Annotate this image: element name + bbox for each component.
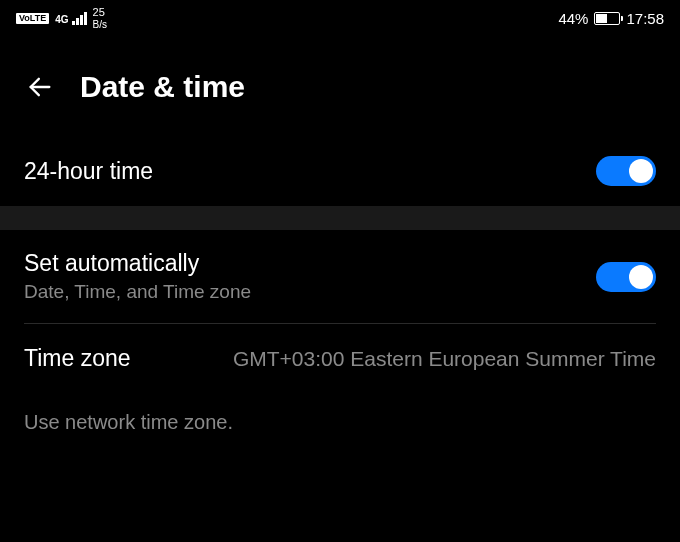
row-set-automatically-labels: Set automatically Date, Time, and Time z… bbox=[24, 250, 251, 303]
toggle-knob bbox=[629, 159, 653, 183]
battery-icon bbox=[594, 12, 620, 25]
signal-group: 4G bbox=[55, 12, 86, 25]
toggle-set-automatically[interactable] bbox=[596, 262, 656, 292]
set-auto-sublabel: Date, Time, and Time zone bbox=[24, 281, 251, 303]
row-set-automatically[interactable]: Set automatically Date, Time, and Time z… bbox=[0, 230, 680, 323]
row-24hour[interactable]: 24-hour time bbox=[0, 136, 680, 206]
volte-badge: VoLTE bbox=[16, 13, 49, 24]
timezone-value: GMT+03:00 Eastern European Summer Time bbox=[233, 344, 656, 373]
status-left: VoLTE 4G 25 B/s bbox=[16, 6, 107, 29]
set-auto-label: Set automatically bbox=[24, 250, 251, 277]
network-speed: 25 B/s bbox=[93, 6, 107, 29]
timezone-description: Use network time zone. bbox=[24, 411, 656, 434]
network-type: 4G bbox=[55, 14, 68, 25]
signal-bars-icon bbox=[72, 12, 87, 25]
section-divider bbox=[0, 206, 680, 230]
timezone-label: Time zone bbox=[24, 345, 131, 372]
back-button[interactable] bbox=[24, 71, 56, 103]
header: Date & time bbox=[0, 36, 680, 136]
toggle-24hour[interactable] bbox=[596, 156, 656, 186]
arrow-left-icon bbox=[26, 73, 54, 101]
page-title: Date & time bbox=[80, 70, 245, 104]
clock: 17:58 bbox=[626, 10, 664, 27]
row-timezone[interactable]: Time zone GMT+03:00 Eastern European Sum… bbox=[0, 324, 680, 393]
toggle-knob bbox=[629, 265, 653, 289]
status-right: 44% 17:58 bbox=[558, 10, 664, 27]
battery-percentage: 44% bbox=[558, 10, 588, 27]
status-bar: VoLTE 4G 25 B/s 44% 17:58 bbox=[0, 0, 680, 36]
row-timezone-description: Use network time zone. bbox=[0, 393, 680, 434]
row-24hour-label: 24-hour time bbox=[24, 158, 153, 185]
